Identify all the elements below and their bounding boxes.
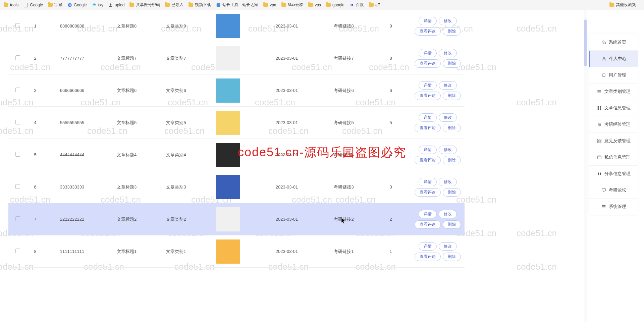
detail-button[interactable]: 详情 (419, 146, 437, 154)
menu-item-grid2[interactable]: 意见反馈管理 (589, 133, 638, 149)
grid-icon (597, 106, 602, 110)
delete-button[interactable]: 删除 (443, 92, 461, 100)
menu-item-user[interactable]: 个人中心 (589, 51, 638, 67)
thumbnail-image[interactable] (216, 207, 240, 231)
checkbox[interactable] (15, 152, 20, 157)
bookmark-item[interactable]: 百度 (349, 2, 364, 8)
cell-title: 文章标题7 (101, 55, 153, 61)
svg-rect-25 (600, 173, 601, 175)
edit-button[interactable]: 修改 (439, 178, 457, 186)
delete-button[interactable]: 删除 (443, 27, 461, 36)
cell-number: 8 (371, 23, 411, 29)
comments-button[interactable]: 查看评论 (415, 124, 441, 132)
menu-item-share[interactable]: 分享信息管理 (589, 166, 638, 182)
detail-button[interactable]: 详情 (419, 242, 437, 251)
detail-button[interactable]: 详情 (419, 17, 437, 25)
delete-button[interactable]: 删除 (443, 188, 461, 197)
menu-item-monitor[interactable]: 考研论坛 (589, 182, 638, 199)
checkbox[interactable] (15, 55, 20, 60)
detail-button[interactable]: 详情 (419, 49, 437, 57)
svg-point-11 (597, 93, 597, 93)
cell-code: 3333333333 (44, 184, 101, 190)
thumbnail-image[interactable] (216, 78, 240, 103)
bookmark-item[interactable]: 站长工具 - 站长之家 (216, 2, 258, 8)
checkbox[interactable] (15, 23, 20, 28)
menu-item-users[interactable]: 用户管理 (589, 67, 638, 84)
menu-item-panel[interactable]: 私信信息管理 (589, 149, 638, 166)
delete-button[interactable]: 删除 (443, 124, 461, 132)
table-row[interactable]: 4 5555555555 文章标题5 文章类别5 2023-03-01 考研链接… (8, 107, 465, 139)
bookmark-item[interactable]: 已导入 (165, 2, 183, 8)
delete-button[interactable]: 删除 (443, 59, 461, 68)
cell-image (200, 46, 257, 70)
table-row[interactable]: 6 3333333333 文章标题3 文章类别3 2023-03-01 考研链接… (8, 171, 465, 203)
bookmark-item[interactable]: vpn (263, 2, 276, 8)
scrollbar-track[interactable] (584, 10, 587, 322)
menu-item-grid[interactable]: 文章信息管理 (589, 100, 638, 116)
edit-button[interactable]: 修改 (439, 49, 457, 57)
edit-button[interactable]: 修改 (439, 242, 457, 251)
bookmark-item[interactable]: uplod (108, 2, 124, 8)
folder-icon (3, 2, 9, 8)
menu-item-home[interactable]: 系统首页 (589, 34, 638, 51)
comments-button[interactable]: 查看评论 (415, 188, 441, 197)
edit-button[interactable]: 修改 (439, 81, 457, 90)
watermark-text: code51.cn (517, 228, 557, 238)
edit-button[interactable]: 修改 (439, 146, 457, 154)
cell-image (200, 143, 257, 167)
checkbox[interactable] (15, 216, 20, 221)
cell-date: 2023-03-01 (257, 88, 317, 93)
checkbox[interactable] (15, 249, 20, 253)
edit-button[interactable]: 修改 (439, 210, 457, 218)
bookmark-item[interactable]: 视频下载 (188, 2, 211, 8)
detail-button[interactable]: 详情 (419, 81, 437, 90)
checkbox[interactable] (15, 184, 20, 189)
bookmark-item[interactable]: GGoogle (67, 2, 87, 8)
comments-button[interactable]: 查看评论 (415, 253, 441, 261)
thumbnail-image[interactable] (216, 111, 240, 135)
thumbnail-image[interactable] (216, 239, 240, 264)
menu-item-list[interactable]: 文章类别管理 (589, 84, 638, 100)
edit-button[interactable]: 修改 (439, 113, 457, 122)
thumbnail-image[interactable] (216, 143, 240, 167)
comments-button[interactable]: 查看评论 (415, 156, 441, 164)
table-row[interactable]: 7 2222222222 文章标题2 文章类别2 2023-03-01 考研链接… (8, 203, 465, 235)
thumbnail-image[interactable] (216, 175, 240, 199)
thumbnail-image[interactable] (216, 46, 240, 70)
bookmark-item[interactable]: tools (3, 2, 18, 8)
edit-button[interactable]: 修改 (439, 17, 457, 25)
comments-button[interactable]: 查看评论 (415, 220, 441, 229)
delete-button[interactable]: 删除 (443, 220, 461, 229)
menu-item-settings[interactable]: 考研经验管理 (589, 116, 638, 133)
checkbox[interactable] (15, 120, 20, 124)
comments-button[interactable]: 查看评论 (415, 92, 441, 100)
table-row[interactable]: 8 1111111111 文章标题1 文章类别1 2023-03-01 考研链接… (8, 235, 465, 268)
delete-button[interactable]: 删除 (443, 253, 461, 261)
cell-code: 7777777777 (44, 56, 101, 61)
table-row[interactable]: 1 8888888888 文章标题8 文章类别8 2023-03-01 考研链接… (8, 10, 465, 42)
thumbnail-image[interactable] (216, 14, 240, 38)
checkbox[interactable] (15, 88, 20, 92)
bookmark-item[interactable]: 宝藏 (48, 2, 62, 8)
bookmark-other[interactable]: 其他收藏夹 (609, 2, 636, 8)
table-row[interactable]: 5 4444444444 文章标题4 文章类别4 2023-03-01 考研链接… (8, 139, 465, 171)
bookmark-item[interactable]: 共享账号密码 (129, 2, 160, 8)
bookmark-item[interactable]: aff (369, 2, 380, 8)
scrollbar-thumb[interactable] (584, 19, 587, 66)
comments-button[interactable]: 查看评论 (415, 59, 441, 68)
bookmark-item[interactable]: Google (23, 2, 43, 8)
table-row[interactable]: 3 6666666666 文章标题6 文章类别6 2023-03-01 考研链接… (8, 74, 465, 107)
bookmark-item[interactable]: txy (92, 2, 103, 8)
detail-button[interactable]: 详情 (419, 178, 437, 186)
detail-button[interactable]: 详情 (419, 113, 437, 122)
comments-button[interactable]: 查看评论 (415, 27, 441, 36)
bookmark-item[interactable]: Max云梯 (281, 2, 304, 8)
cell-date: 2023-03-01 (257, 23, 317, 29)
table-row[interactable]: 2 7777777777 文章标题7 文章类别7 2023-03-01 考研链接… (8, 42, 465, 74)
bookmark-item[interactable]: google (326, 2, 344, 8)
svg-rect-19 (597, 139, 599, 141)
bookmark-item[interactable]: vps (308, 2, 321, 8)
menu-item-menu[interactable]: 系统管理 (589, 199, 638, 215)
delete-button[interactable]: 删除 (443, 156, 461, 164)
detail-button[interactable]: 详情 (419, 210, 437, 218)
